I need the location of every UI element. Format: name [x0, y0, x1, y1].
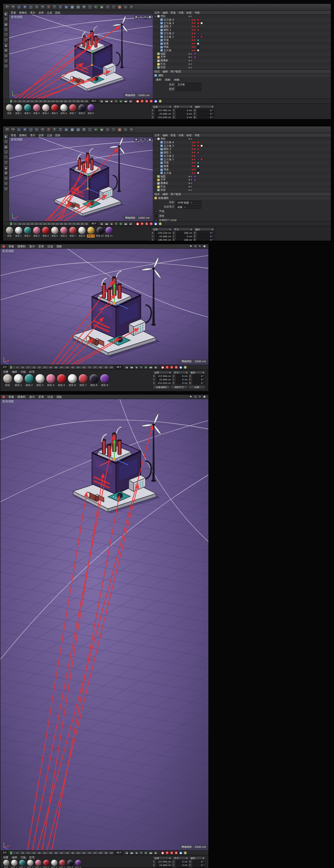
coordinate-input[interactable]: 0 cm — [176, 867, 189, 868]
object-tree-row[interactable]: 圆盘 — [153, 164, 331, 168]
next-frame-icon[interactable]: ▶▶ — [124, 99, 128, 103]
visibility-toggle-dots[interactable] — [192, 19, 195, 21]
coord-column-dropdown[interactable]: 尺寸▾ — [173, 371, 189, 374]
coordinate-input[interactable]: 0 ° — [197, 109, 214, 112]
object-tree-row[interactable]: 摄像机 — [153, 181, 331, 185]
attribute-tab[interactable]: 基本 — [154, 78, 163, 82]
make-editable-icon[interactable]: ◧ — [3, 134, 8, 139]
material-swatch[interactable]: 材质.3 — [26, 860, 34, 868]
menu-item[interactable]: 文件 — [154, 133, 160, 137]
object-tree-row[interactable]: 背景 — [153, 188, 331, 192]
coordinate-input[interactable]: 0 cm — [176, 109, 193, 112]
menu-item[interactable]: 选项 — [39, 11, 44, 14]
coordinate-input[interactable]: 0 cm — [176, 374, 189, 378]
material-swatch[interactable]: 材质.5 — [50, 104, 59, 115]
coordinate-input[interactable]: 0 cm — [176, 863, 189, 867]
material-swatch[interactable]: 材质.3 — [32, 227, 41, 238]
material-swatch[interactable]: 材质.5 — [56, 374, 66, 387]
menu-item[interactable]: 面板 — [56, 245, 62, 248]
viewport-canvas[interactable] — [9, 137, 153, 221]
viewport-canvas[interactable] — [9, 15, 153, 99]
coordinate-input[interactable]: -211.018 cm — [155, 116, 172, 119]
menu-item[interactable]: 过滤 — [47, 133, 52, 137]
material-swatch[interactable]: 材质.8 — [78, 104, 86, 115]
material-swatch[interactable]: 材质.7 — [78, 374, 88, 387]
y-axis-lock-icon[interactable]: Y — [52, 5, 57, 10]
workplane-mode-icon[interactable]: ▱ — [3, 150, 8, 155]
visibility-toggle-dots[interactable] — [189, 56, 192, 58]
menu-item[interactable]: 创建 — [3, 856, 8, 859]
material-tag-icon[interactable] — [197, 141, 199, 144]
material-swatch[interactable]: 材质.8 — [89, 374, 99, 387]
menu-item[interactable]: 查看 — [11, 11, 16, 14]
size-mode-button[interactable]: 绝对尺寸 — [171, 386, 188, 389]
volume-icon[interactable]: ▩ — [117, 5, 122, 10]
object-tree-row[interactable]: 球体 — [153, 168, 331, 171]
zoom-view-icon[interactable]: ◲ — [193, 245, 197, 248]
attribute-field[interactable] — [176, 87, 201, 91]
coordinate-input[interactable]: -211.018 cm — [156, 867, 172, 868]
visibility-toggle-dots[interactable] — [192, 148, 195, 150]
coordinate-input[interactable]: 217.456 cm — [156, 374, 172, 378]
visibility-toggle-dots[interactable] — [192, 159, 195, 160]
menu-item[interactable]: 编辑 — [162, 70, 168, 73]
menu-item[interactable]: 纹理 — [29, 370, 34, 374]
visibility-toggle-dots[interactable] — [192, 22, 195, 24]
object-tree-row[interactable]: 立方体.3 — [153, 144, 331, 148]
mograph-icon[interactable]: ∷ — [111, 5, 116, 10]
object-tree-row[interactable]: 立方体 — [153, 171, 331, 175]
menu-item[interactable]: 模式 — [154, 192, 160, 196]
last-tool-icon[interactable]: ✎ — [40, 5, 45, 10]
viewport-canvas[interactable] — [0, 399, 209, 850]
material-swatch[interactable]: 材质.1 — [13, 374, 23, 387]
coord-column-dropdown[interactable]: 位置▾ — [153, 857, 172, 860]
zoom-view-icon[interactable]: ◲ — [193, 395, 197, 399]
coordinate-input[interactable]: -21.606 cm — [155, 235, 172, 238]
coord-column-dropdown[interactable]: 尺寸▾ — [173, 228, 193, 231]
viewport-solo-icon[interactable]: ◎ — [3, 53, 8, 58]
snap-icon[interactable]: ∪ — [3, 59, 8, 63]
material-tag-icon[interactable] — [194, 175, 196, 178]
visibility-toggle-dots[interactable] — [189, 67, 192, 68]
material-tag-icon[interactable] — [197, 49, 199, 52]
visibility-toggle-dots[interactable] — [189, 186, 192, 187]
go-start-icon[interactable]: |◀ — [99, 99, 104, 103]
object-tree-row[interactable]: 球体 — [153, 45, 331, 49]
prev-key-icon[interactable]: ◀◀ — [104, 222, 109, 226]
menu-item[interactable]: 编辑 — [162, 11, 168, 14]
model-mode-icon[interactable]: ◇ — [3, 139, 8, 144]
visibility-toggle-dots[interactable] — [189, 16, 192, 17]
material-swatch[interactable]: 材质.2 — [23, 227, 32, 238]
play-icon[interactable]: ▶ — [144, 851, 148, 855]
rotate-view-icon[interactable]: ↻ — [198, 395, 202, 399]
pan-view-icon[interactable]: ✚ — [134, 15, 138, 19]
prev-frame-icon[interactable]: ◀ — [134, 851, 138, 855]
menu-item[interactable]: 选项 — [39, 133, 44, 137]
visibility-toggle-dots[interactable] — [192, 46, 195, 48]
simulate-icon[interactable]: ∿ — [123, 127, 128, 132]
menu-item[interactable]: 创建 — [3, 370, 8, 374]
visibility-toggle-dots[interactable] — [192, 36, 195, 38]
visibility-toggle-dots[interactable] — [192, 26, 195, 27]
material-swatch[interactable]: 材质.8 — [78, 227, 86, 238]
zoom-view-icon[interactable]: ◲ — [139, 15, 143, 19]
record-parameter-icon[interactable]: ● — [154, 99, 158, 103]
material-swatch[interactable]: 材质.7 — [69, 104, 77, 115]
material-tag-icon[interactable] — [197, 152, 199, 154]
prev-key-icon[interactable]: ◀◀ — [129, 365, 134, 369]
record-position-icon[interactable]: P — [165, 365, 169, 369]
menu-item[interactable]: 查看 — [11, 133, 16, 137]
render-view-icon[interactable]: ▦ — [70, 5, 75, 10]
points-mode-icon[interactable]: ∴ — [3, 32, 8, 37]
pan-view-icon[interactable]: ✚ — [189, 245, 193, 248]
menu-item[interactable]: 书签 — [194, 11, 200, 14]
coord-column-dropdown[interactable]: 旋转▾ — [189, 857, 205, 860]
coordinate-input[interactable]: 217.456 cm — [155, 109, 172, 112]
object-tree-row[interactable]: 立方体.4 — [153, 18, 331, 22]
go-end-icon[interactable]: ▶| — [128, 222, 133, 226]
attribute-tab[interactable]: 对象 — [173, 78, 181, 82]
record-keyframe-icon[interactable]: ● — [136, 99, 140, 103]
material-tag-icon[interactable] — [197, 25, 199, 28]
object-tree-row[interactable]: 灯光 — [153, 185, 331, 188]
menu-item[interactable]: 编辑 — [12, 370, 17, 374]
